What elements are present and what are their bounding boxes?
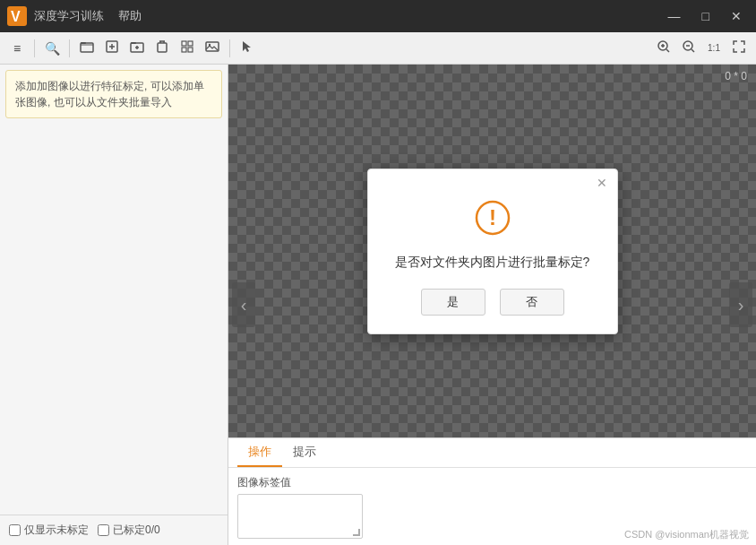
confirm-button[interactable]: 是 — [421, 289, 485, 316]
grid-icon — [180, 39, 194, 56]
dialog-overlay: ✕ ! 是否对文件夹内图片进行批量标定? 是 否 — [228, 65, 756, 437]
main-layout: 添加加图像以进行特征标定, 可以添加单张图像, 也可以从文件夹批量导入 仅显示未… — [0, 65, 756, 545]
add-icon — [105, 39, 119, 56]
search-button[interactable]: 🔍 — [40, 37, 64, 60]
fit-icon: 1:1 — [708, 43, 720, 53]
menu-bar: 深度学习训练 帮助 — [34, 8, 142, 24]
window-controls: — □ ✕ — [661, 7, 749, 25]
folder-button[interactable] — [75, 37, 99, 60]
dialog-message: 是否对文件夹内图片进行批量标定? — [390, 255, 596, 271]
show-unlabeled-checkbox[interactable]: 仅显示未标定 — [9, 523, 89, 538]
zoom-controls: 1:1 — [652, 37, 751, 60]
tab-operation[interactable]: 操作 — [237, 438, 282, 467]
zoom-in-icon — [657, 39, 671, 56]
close-button[interactable]: ✕ — [724, 7, 749, 25]
app-logo: V — [7, 6, 27, 26]
watermark: CSDN @visionman机器视觉 — [624, 528, 749, 541]
svg-rect-17 — [182, 48, 186, 52]
dialog: ✕ ! 是否对文件夹内图片进行批量标定? 是 否 — [367, 169, 618, 334]
svg-text:V: V — [11, 9, 21, 24]
add-button[interactable] — [100, 37, 124, 60]
center-area: 0 * 0 ‹ › 操作 提示 图像标签值 — [228, 65, 756, 545]
search-icon: 🔍 — [45, 41, 60, 56]
label-input-container[interactable] — [237, 494, 363, 539]
add-folder-button[interactable] — [125, 37, 149, 60]
cursor-icon — [240, 39, 254, 56]
folder-open-icon — [80, 39, 94, 56]
minimize-button[interactable]: — — [661, 7, 688, 25]
list-button[interactable]: ≡ — [5, 37, 29, 60]
left-panel-bottom: 仅显示未标定 已标定0/0 — [0, 515, 228, 545]
svg-text:!: ! — [489, 205, 496, 229]
svg-rect-3 — [81, 42, 86, 44]
svg-rect-15 — [182, 41, 186, 46]
delete-button[interactable] — [150, 37, 174, 60]
tab-hint[interactable]: 提示 — [282, 438, 327, 467]
show-unlabeled-label: 仅显示未标定 — [24, 523, 89, 538]
dialog-body: ! 是否对文件夹内图片进行批量标定? 是 否 — [368, 191, 617, 333]
zoom-in-button[interactable] — [652, 37, 675, 60]
labeled-count-input[interactable] — [98, 524, 109, 536]
labeled-count-label: 已标定0/0 — [113, 523, 160, 538]
cancel-button[interactable]: 否 — [500, 289, 564, 316]
image-icon — [205, 39, 219, 56]
dialog-close-button[interactable]: ✕ — [594, 175, 610, 191]
image-button[interactable] — [201, 37, 224, 60]
menu-help[interactable]: 帮助 — [118, 8, 142, 24]
toolbar: ≡ 🔍 — [0, 32, 756, 65]
list-icon: ≡ — [13, 41, 21, 56]
dialog-header: ✕ — [368, 169, 617, 191]
fit-button[interactable]: 1:1 — [702, 37, 726, 60]
svg-rect-8 — [131, 42, 136, 44]
labeled-count-checkbox[interactable]: 已标定0/0 — [98, 523, 160, 538]
separator-3 — [229, 39, 230, 57]
zoom-out-icon — [682, 39, 696, 56]
add-folder-icon — [130, 39, 144, 56]
grid-button[interactable] — [176, 37, 199, 60]
tooltip-box: 添加加图像以进行特征标定, 可以添加单张图像, 也可以从文件夹批量导入 — [5, 70, 222, 118]
title-bar: V 深度学习训练 帮助 — □ ✕ — [0, 0, 756, 32]
svg-line-22 — [666, 49, 669, 52]
svg-line-26 — [692, 49, 694, 52]
resize-handle — [353, 529, 360, 536]
zoom-out-button[interactable] — [677, 37, 700, 60]
form-label: 图像标签值 — [237, 475, 747, 490]
menu-app-name: 深度学习训练 — [34, 8, 104, 24]
maximize-button[interactable]: □ — [695, 7, 717, 25]
fullscreen-button[interactable] — [727, 37, 751, 60]
separator-2 — [69, 39, 70, 57]
fullscreen-icon — [732, 39, 746, 56]
delete-icon — [155, 39, 169, 56]
cursor-button[interactable] — [236, 37, 259, 60]
show-unlabeled-input[interactable] — [9, 524, 21, 536]
svg-rect-11 — [158, 43, 167, 52]
svg-rect-18 — [188, 48, 193, 52]
tab-bar: 操作 提示 — [228, 438, 756, 468]
svg-rect-16 — [188, 41, 193, 46]
left-panel: 添加加图像以进行特征标定, 可以添加单张图像, 也可以从文件夹批量导入 仅显示未… — [0, 65, 228, 545]
warning-icon: ! — [390, 200, 596, 244]
separator-1 — [34, 39, 35, 57]
dialog-buttons: 是 否 — [390, 289, 596, 316]
